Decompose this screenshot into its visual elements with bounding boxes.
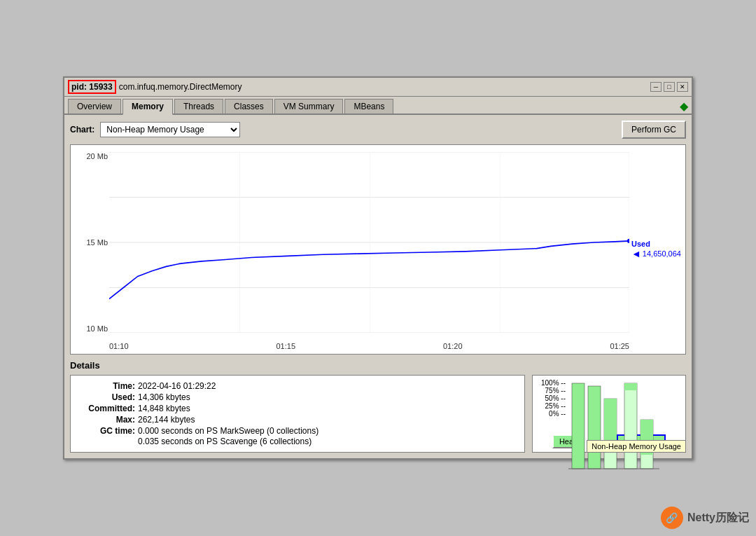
gc-key: GC time: — [79, 426, 135, 436]
tab-overview[interactable]: Overview — [68, 99, 121, 114]
details-text-panel: Time: 2022-04-16 01:29:22 Used: 14,306 k… — [70, 375, 525, 453]
bar-y-100: 100% -- — [541, 379, 566, 387]
bar-y-50: 50% -- — [545, 394, 566, 402]
detail-committed-row: Committed: 14,848 kbytes — [79, 404, 516, 413]
minimize-button[interactable]: ─ — [650, 82, 662, 92]
pid-label: pid: 15933 — [68, 80, 116, 94]
bar-y-25: 25% -- — [545, 402, 566, 410]
used-arrow-icon: ◄ — [631, 248, 641, 259]
tab-threads[interactable]: Threads — [174, 99, 223, 114]
close-button[interactable]: ✕ — [677, 82, 688, 92]
content-area: Chart: Non-Heap Memory Usage Heap Memory… — [64, 115, 692, 458]
chart-area: 20 Mb 15 Mb 10 Mb — [70, 144, 686, 355]
watermark-icon-symbol: 🔗 — [666, 512, 678, 523]
watermark-icon: 🔗 — [661, 507, 683, 529]
detail-used-row: Used: 14,306 kbytes — [79, 392, 516, 402]
gc-row1: GC time: 0.000 seconds on PS MarkSweep (… — [79, 426, 516, 436]
svg-rect-14 — [624, 383, 637, 469]
used-annotation: Used ◄ 14,650,064 — [631, 240, 684, 259]
window-title: com.infuq.memory.DirectMemory — [119, 82, 242, 92]
gc-val1: 0.000 seconds on PS MarkSweep (0 collect… — [138, 426, 318, 436]
title-left: pid: 15933 com.infuq.memory.DirectMemory — [68, 80, 242, 94]
max-val: 262,144 kbytes — [138, 415, 195, 425]
chart-select[interactable]: Non-Heap Memory Usage Heap Memory Usage — [100, 122, 240, 137]
tab-vm-summary[interactable]: VM Summary — [274, 99, 344, 114]
used-value: 14,650,064 — [643, 249, 681, 258]
chart-label: Chart: — [70, 125, 94, 135]
tab-list: Overview Memory Threads Classes VM Summa… — [68, 99, 393, 114]
y-axis-labels: 20 Mb 15 Mb 10 Mb — [74, 152, 108, 333]
gc-row2: 0.035 seconds on PS Scavenge (6 collecti… — [79, 437, 516, 446]
y-label-10: 10 Mb — [86, 324, 108, 333]
time-key: Time: — [79, 381, 135, 391]
title-controls: ─ □ ✕ — [650, 82, 688, 92]
x-label-0110: 01:10 — [109, 342, 129, 350]
gc-val2: 0.035 seconds on PS Scavenge (6 collecti… — [138, 437, 312, 446]
committed-val: 14,848 kbytes — [138, 404, 190, 413]
committed-key: Committed: — [79, 404, 135, 413]
used-key: Used: — [79, 392, 135, 402]
max-key: Max: — [79, 415, 135, 425]
main-window: pid: 15933 com.infuq.memory.DirectMemory… — [63, 76, 693, 460]
tab-mbeans[interactable]: MBeans — [344, 99, 393, 114]
detail-time-row: Time: 2022-04-16 01:29:22 — [79, 381, 516, 391]
restore-button[interactable]: □ — [664, 82, 675, 92]
svg-rect-10 — [572, 383, 584, 469]
svg-rect-11 — [588, 386, 601, 469]
tab-memory[interactable]: Memory — [122, 99, 173, 115]
connection-icon: ◆ — [680, 99, 688, 113]
used-label: Used — [631, 240, 684, 248]
detail-max-row: Max: 262,144 kbytes — [79, 415, 516, 425]
chart-label-row: Chart: Non-Heap Memory Usage Heap Memory… — [70, 122, 240, 137]
details-title: Details — [70, 360, 686, 371]
x-label-0125: 01:25 — [610, 342, 629, 350]
bar-y-0: 0% -- — [549, 410, 566, 418]
tab-bar: Overview Memory Threads Classes VM Summa… — [64, 97, 692, 115]
x-label-0115: 01:15 — [276, 342, 295, 350]
bar-y-75: 75% -- — [545, 387, 566, 394]
bar-chart-area: 100% -- 75% -- 50% -- 25% -- 0% -- — [536, 379, 682, 432]
bar-svg — [568, 379, 659, 470]
x-label-0120: 01:20 — [443, 342, 463, 350]
watermark-label: Netty历险记 — [687, 511, 749, 525]
used-detail-val: 14,306 kbytes — [138, 392, 190, 402]
y-label-15: 15 Mb — [86, 238, 108, 247]
perform-gc-button[interactable]: Perform GC — [622, 121, 686, 139]
y-label-20: 20 Mb — [86, 152, 108, 160]
watermark: 🔗 Netty历险记 — [661, 507, 749, 529]
bar-y-labels: 100% -- 75% -- 50% -- 25% -- 0% -- — [536, 379, 566, 418]
tab-classes[interactable]: Classes — [225, 99, 273, 114]
memory-line-chart — [109, 152, 629, 333]
details-wrapper: Details Time: 2022-04-16 01:29:22 Used: … — [70, 360, 686, 453]
nonheap-tooltip: Non-Heap Memory Usage — [587, 440, 686, 453]
time-val: 2022-04-16 01:29:22 — [138, 381, 216, 391]
svg-rect-15 — [624, 383, 637, 390]
chart-controls: Chart: Non-Heap Memory Usage Heap Memory… — [70, 121, 686, 139]
title-bar: pid: 15933 com.infuq.memory.DirectMemory… — [64, 78, 692, 97]
x-axis-labels: 01:10 01:15 01:20 01:25 — [109, 342, 629, 350]
